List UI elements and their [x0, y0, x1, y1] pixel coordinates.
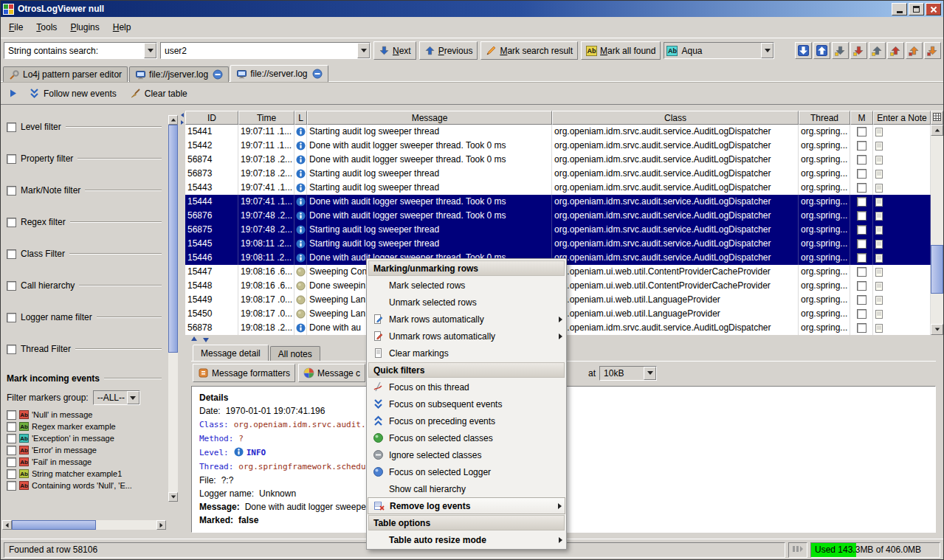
tab-message-detail[interactable]: Message detail: [193, 345, 269, 361]
scroll-down-button[interactable]: [931, 324, 943, 335]
table-row[interactable]: 5687319:07:18 .2...Starting audit log sw…: [185, 167, 931, 181]
note-cell[interactable]: [873, 209, 931, 223]
note-cell[interactable]: [873, 139, 931, 153]
mark-checkbox[interactable]: [857, 183, 867, 193]
menu-item-unmark-selected-rows[interactable]: Unmark selected rows: [368, 294, 565, 311]
menu-help[interactable]: Help: [106, 18, 138, 36]
scrollbar-thumb[interactable]: [12, 520, 96, 530]
table-row[interactable]: 1544519:08:11 .2...Starting audit log sw…: [185, 237, 931, 251]
note-cell[interactable]: [873, 321, 931, 335]
mark-checkbox-cell[interactable]: [850, 195, 873, 209]
close-button[interactable]: [926, 3, 941, 15]
filter-checkbox[interactable]: [7, 313, 16, 322]
scrollbar-track[interactable]: [168, 125, 178, 492]
menu-item-focus-on-this-thread[interactable]: Focus on this thread: [368, 378, 565, 395]
search-input[interactable]: [161, 43, 357, 58]
note-cell[interactable]: [873, 279, 931, 293]
scrollbar-track[interactable]: [12, 520, 156, 530]
message-formatters-button[interactable]: Message formatters: [193, 364, 295, 382]
next-error-button[interactable]: [924, 42, 941, 59]
next-marked-button[interactable]: [850, 42, 867, 59]
title-bar[interactable]: OtrosLogViewer null: [1, 1, 943, 17]
next-button[interactable]: Next: [373, 41, 416, 60]
mark-checkbox-cell[interactable]: [850, 307, 873, 321]
mark-checkbox-cell[interactable]: [850, 223, 873, 237]
mark-checkbox[interactable]: [857, 197, 867, 207]
mark-checkbox[interactable]: [857, 155, 867, 165]
search-mode-dropdown-icon[interactable]: [144, 43, 156, 58]
filter-checkbox[interactable]: [7, 122, 16, 132]
mark-all-found-button[interactable]: Ab Mark all found: [581, 41, 661, 60]
column-header-m[interactable]: M: [850, 111, 873, 125]
column-header-thread[interactable]: Thread: [799, 111, 850, 125]
filter-checkbox[interactable]: [7, 218, 16, 227]
previous-button[interactable]: Previous: [419, 41, 478, 60]
marker-checkbox[interactable]: [7, 446, 16, 455]
scrollbar-track[interactable]: [931, 136, 943, 324]
mark-checkbox-cell[interactable]: [850, 153, 873, 167]
next-warning-button[interactable]: [906, 42, 923, 59]
sidebar-splitter[interactable]: [180, 111, 185, 539]
mark-checkbox-cell[interactable]: [850, 125, 873, 139]
marker-checkbox[interactable]: [7, 410, 16, 420]
note-cell[interactable]: [873, 181, 931, 195]
mark-checkbox-cell[interactable]: [850, 167, 873, 181]
markers-group-combo[interactable]: --ALL--: [93, 390, 140, 405]
mark-checkbox-cell[interactable]: [850, 293, 873, 307]
mark-checkbox[interactable]: [857, 127, 867, 136]
column-header-message[interactable]: Message: [307, 111, 552, 125]
note-cell[interactable]: [873, 293, 931, 307]
table-row[interactable]: 5687419:07:18 .2...Done with audit logge…: [185, 153, 931, 167]
scroll-to-last-button[interactable]: [795, 42, 812, 59]
note-cell[interactable]: [873, 125, 931, 139]
filter-checkbox[interactable]: [7, 281, 16, 291]
mark-checkbox[interactable]: [857, 239, 867, 249]
menu-item-show-call-hierarchy[interactable]: Show call hierarchy: [368, 480, 565, 497]
menu-item-table-auto-resize-mode[interactable]: Table auto resize mode: [368, 531, 565, 548]
close-tab-icon[interactable]: [213, 69, 223, 80]
table-row[interactable]: 5687619:07:48 .2...Done with audit logge…: [185, 209, 931, 223]
mark-checkbox[interactable]: [857, 267, 867, 277]
column-header-enter-a-note[interactable]: Enter a Note: [873, 111, 931, 125]
mark-checkbox-cell[interactable]: [850, 321, 873, 335]
memory-bar[interactable]: Used 143.3MB of 406.0MB: [810, 542, 940, 558]
scroll-up-button[interactable]: [931, 125, 943, 136]
expand-right-icon[interactable]: [181, 120, 184, 125]
note-cell[interactable]: [873, 307, 931, 321]
note-cell[interactable]: [873, 265, 931, 279]
column-header-l[interactable]: L: [294, 111, 307, 125]
note-cell[interactable]: [873, 167, 931, 181]
previous-note-button[interactable]: [869, 42, 886, 59]
scroll-to-first-button[interactable]: [813, 42, 830, 59]
menu-item-unmark-rows-automatically[interactable]: Unmark rows automatically: [368, 328, 565, 345]
menu-item-focus-on-selected-classes[interactable]: Focus on selected classes: [368, 429, 565, 446]
search-mode-combo[interactable]: String contains search:: [4, 42, 157, 59]
previous-marked-button[interactable]: [887, 42, 904, 59]
column-header-time[interactable]: Time: [238, 111, 294, 125]
note-cell[interactable]: [873, 237, 931, 251]
mark-search-result-button[interactable]: Mark search result: [480, 41, 578, 60]
note-cell[interactable]: [873, 251, 931, 265]
marker-color-dropdown-icon[interactable]: [761, 43, 774, 58]
mark-checkbox-cell[interactable]: [850, 237, 873, 251]
marker-checkbox[interactable]: [7, 469, 16, 479]
mark-checkbox-cell[interactable]: [850, 265, 873, 279]
tab-lo4j-pattern-parser-editor[interactable]: Lo4j pattern parser editor: [3, 66, 128, 82]
mark-checkbox[interactable]: [857, 253, 867, 263]
marker-checkbox[interactable]: [7, 434, 16, 443]
table-row[interactable]: 1544319:07:41 .1...Starting audit log sw…: [185, 181, 931, 195]
mark-checkbox[interactable]: [857, 225, 867, 235]
table-vertical-scrollbar[interactable]: [931, 111, 943, 335]
tab-file-server-log[interactable]: file://server.log: [230, 65, 328, 82]
filter-checkbox[interactable]: [7, 249, 16, 259]
table-row[interactable]: 1544219:07:11 .1...Done with audit logge…: [185, 139, 931, 153]
clear-table-button[interactable]: Clear table: [127, 86, 190, 101]
note-cell[interactable]: [873, 223, 931, 237]
menu-tools[interactable]: Tools: [30, 18, 63, 36]
mark-checkbox-cell[interactable]: [850, 279, 873, 293]
scrollbar-thumb[interactable]: [168, 125, 178, 353]
follow-new-events-button[interactable]: Follow new events: [26, 86, 120, 101]
play-icon[interactable]: [7, 88, 18, 99]
mark-checkbox[interactable]: [857, 169, 867, 179]
menu-plugins[interactable]: Plugins: [63, 18, 106, 36]
